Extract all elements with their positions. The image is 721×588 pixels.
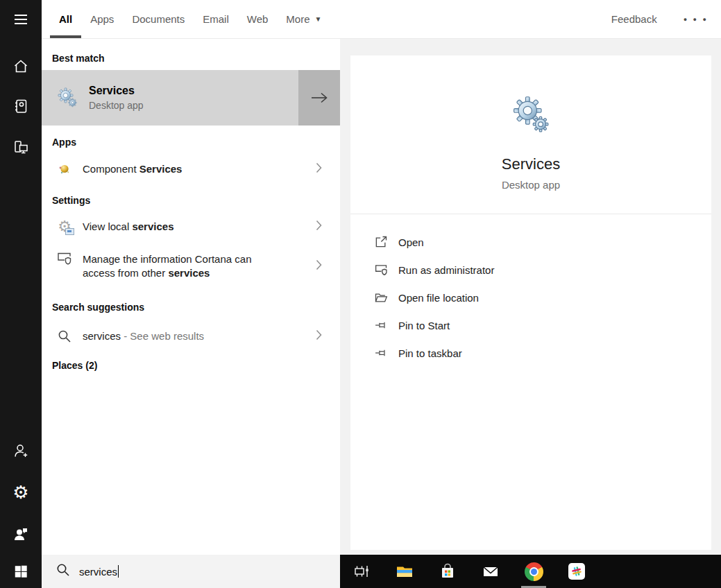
result-label: Component Services [83, 162, 182, 176]
result-label: Manage the information Cortana can acces… [83, 252, 275, 281]
tab-email[interactable]: Email [194, 0, 238, 38]
section-search-suggestions: Search suggestions [42, 302, 340, 313]
action-label: Open [398, 236, 424, 248]
feedback-button-sidebar[interactable] [0, 517, 42, 551]
devices-icon [12, 139, 29, 155]
chrome-button[interactable] [512, 555, 555, 588]
services-gears-icon [56, 87, 78, 109]
tab-apps-label: Apps [90, 13, 114, 25]
context-actions: Open Run as administrator Open file loca… [350, 214, 711, 367]
chevron-down-icon: ▼ [315, 15, 322, 23]
best-match-subtitle: Desktop app [89, 100, 144, 111]
search-icon [56, 563, 70, 580]
action-label: Pin to taskbar [398, 347, 462, 359]
section-settings: Settings [42, 195, 340, 206]
result-component-services[interactable]: Component Services [42, 154, 340, 184]
tab-all[interactable]: All [50, 0, 81, 38]
pin-icon [373, 318, 389, 333]
result-label: View local services [83, 220, 174, 234]
mail-button[interactable] [469, 555, 512, 588]
devices-button[interactable] [0, 130, 42, 164]
settings-button[interactable]: ⚙ [0, 476, 42, 509]
tab-web-label: Web [247, 13, 269, 25]
section-best-match: Best match [42, 53, 340, 64]
slack-icon [568, 563, 585, 580]
result-view-local-services[interactable]: ⚙ View local services [42, 211, 340, 242]
hamburger-icon [15, 15, 27, 24]
result-label: services - See web results [83, 329, 204, 343]
task-view-icon [353, 562, 371, 580]
windows-search-flyout: ⚙ All Apps Documents Email Web More ▼ Fe… [0, 0, 721, 588]
action-label: Pin to Start [398, 320, 450, 331]
start-button[interactable] [0, 555, 42, 588]
microsoft-store-icon [439, 562, 457, 580]
expand-preview-button[interactable] [298, 70, 340, 126]
file-explorer-icon [396, 562, 414, 580]
monitor-shield-icon [56, 250, 73, 267]
feedback-user-icon [12, 526, 29, 542]
section-places: Places (2) [42, 360, 340, 371]
tab-documents[interactable]: Documents [123, 0, 194, 38]
taskbar-apps [340, 555, 721, 588]
monitor-shield-icon [373, 262, 389, 277]
preview-card: Services Desktop app Open Run as adminis… [350, 55, 711, 550]
best-match-text: Services Desktop app [89, 85, 144, 111]
header-right: Feedback ● ● ● [611, 0, 721, 38]
action-label: Open file location [398, 292, 479, 304]
preview-subtitle: Desktop app [350, 179, 711, 191]
open-folder-icon [373, 290, 389, 305]
chevron-right-icon [316, 162, 322, 176]
action-open[interactable]: Open [350, 228, 711, 256]
tab-email-label: Email [203, 13, 229, 25]
open-external-icon [373, 234, 389, 250]
search-results-panel: Best match Services Desktop app [42, 39, 340, 555]
tab-documents-label: Documents [132, 13, 185, 25]
text-cursor [118, 565, 119, 578]
feedback-link[interactable]: Feedback [611, 13, 657, 25]
action-pin-to-start[interactable]: Pin to Start [350, 311, 711, 339]
mail-icon [482, 562, 500, 580]
right-arrow-icon [310, 92, 328, 104]
task-view-button[interactable] [340, 555, 383, 588]
result-manage-cortana-info[interactable]: Manage the information Cortana can acces… [42, 246, 340, 286]
action-label: Run as administrator [398, 264, 494, 276]
menu-button[interactable] [0, 3, 42, 36]
search-query-text: services [79, 566, 117, 578]
tab-web[interactable]: Web [238, 0, 278, 38]
home-button[interactable] [0, 49, 42, 83]
microsoft-store-button[interactable] [426, 555, 469, 588]
add-user-button[interactable] [0, 434, 42, 467]
section-apps: Apps [42, 137, 340, 148]
settings-gear-icon: ⚙ [12, 483, 28, 501]
overflow-menu-icon[interactable]: ● ● ● [684, 16, 709, 23]
search-icon [56, 328, 73, 345]
preview-title: Services [350, 155, 711, 173]
taskbar: services [0, 555, 721, 588]
windows-logo-icon [13, 564, 28, 579]
slack-button[interactable] [555, 555, 598, 588]
best-match-row[interactable]: Services Desktop app [42, 70, 340, 126]
notebook-icon [12, 98, 29, 114]
action-run-as-administrator[interactable]: Run as administrator [350, 256, 711, 284]
chevron-right-icon [316, 220, 322, 234]
tab-more-label: More [286, 13, 309, 25]
tab-all-label: All [59, 13, 72, 25]
taskbar-search-input[interactable]: services [42, 555, 340, 588]
file-explorer-button[interactable] [383, 555, 426, 588]
tab-apps[interactable]: Apps [81, 0, 123, 38]
best-match-title: Services [89, 85, 144, 97]
action-pin-to-taskbar[interactable]: Pin to taskbar [350, 339, 711, 367]
chrome-icon [525, 562, 543, 581]
tab-more[interactable]: More ▼ [277, 0, 330, 38]
cortana-sidebar: ⚙ [0, 0, 42, 555]
action-open-file-location[interactable]: Open file location [350, 284, 711, 311]
preview-panel: Services Desktop app Open Run as adminis… [340, 39, 721, 555]
notebook-button[interactable] [0, 89, 42, 123]
home-icon [12, 58, 29, 74]
result-web-suggestion[interactable]: services - See web results [42, 321, 340, 352]
chevron-right-icon [316, 329, 322, 343]
add-user-icon [12, 442, 29, 459]
component-services-icon [56, 161, 73, 178]
search-filter-tabs: All Apps Documents Email Web More ▼ Feed… [42, 0, 721, 39]
chevron-right-icon [316, 259, 322, 273]
